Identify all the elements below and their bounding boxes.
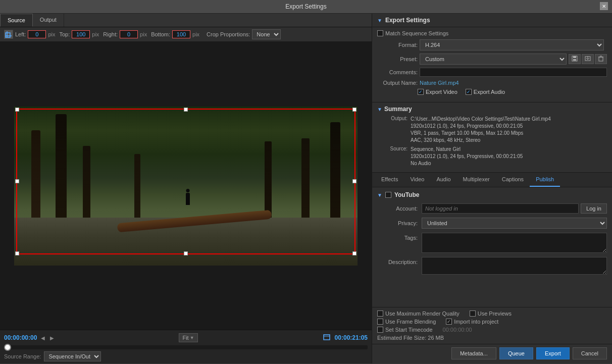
description-input[interactable] — [422, 257, 607, 275]
person-silhouette — [186, 193, 190, 205]
login-button[interactable]: Log in — [581, 203, 607, 214]
preset-select[interactable]: Custom — [420, 54, 567, 65]
metadata-button[interactable]: Metadata... — [451, 347, 496, 359]
captions-tab[interactable]: Captions — [496, 173, 530, 187]
publish-tab[interactable]: Publish — [530, 173, 560, 187]
close-button[interactable]: ✕ — [600, 2, 608, 10]
preset-import-btn[interactable] — [582, 54, 594, 64]
match-sequence-row: Match Sequence Settings — [377, 30, 607, 36]
preset-save-btn[interactable] — [569, 54, 581, 64]
cancel-button[interactable]: Cancel — [573, 347, 607, 359]
effects-tab[interactable]: Effects — [375, 173, 404, 187]
export-video-item: ✓ Export Video — [418, 89, 457, 95]
use-previews-label: Use Previews — [478, 310, 512, 317]
source-tab[interactable]: Source — [0, 14, 33, 27]
frame-blending-checkbox[interactable] — [377, 319, 383, 325]
comments-label: Comments: — [377, 69, 418, 75]
privacy-row: Privacy: Unlisted Public Private — [377, 218, 607, 229]
preset-delete-btn[interactable] — [595, 54, 607, 64]
right-label: Right: — [103, 31, 118, 37]
action-buttons: Metadata... Queue Export Cancel — [372, 344, 612, 363]
format-label: Format: — [377, 42, 418, 48]
prev-frame-button[interactable]: ◀ — [40, 334, 46, 342]
proportions-label: Crop Proportions: — [207, 31, 250, 37]
timeline-bar[interactable] — [4, 345, 368, 349]
export-video-label: Export Video — [426, 89, 457, 95]
export-audio-checkbox[interactable]: ✓ — [466, 89, 472, 95]
left-pix: pix — [48, 31, 55, 37]
crop-icon[interactable] — [4, 30, 13, 39]
youtube-header: ▼ YouTube — [377, 191, 607, 198]
summary-title: Summary — [384, 106, 412, 113]
file-size-label: Estimated File Size: — [377, 335, 426, 341]
timecode-display: 00:00:00:00 — [443, 327, 472, 333]
match-sequence-checkbox[interactable] — [377, 30, 383, 36]
source-range: Source Range: Sequence In/Out — [4, 351, 368, 361]
left-input[interactable] — [28, 30, 46, 38]
import-into-project-checkbox[interactable]: ✓ — [446, 319, 452, 325]
right-input[interactable] — [120, 30, 138, 38]
bottom-options: Use Maximum Render Quality Use Previews … — [372, 307, 612, 344]
video-tab[interactable]: Video — [404, 173, 430, 187]
timeline-clip-btn[interactable] — [322, 332, 332, 343]
youtube-triangle: ▼ — [377, 192, 382, 198]
output-name-link[interactable]: Nature Girl.mp4 — [420, 80, 459, 86]
import-into-project-label: Import into project — [454, 319, 498, 325]
description-label: Description: — [377, 259, 418, 265]
fit-label: Fit — [182, 335, 188, 341]
max-render-quality-checkbox[interactable] — [377, 310, 383, 317]
export-video-checkbox[interactable]: ✓ — [418, 89, 424, 95]
fit-selector[interactable]: Fit ▼ — [179, 333, 197, 342]
set-start-timecode-checkbox[interactable] — [377, 327, 383, 333]
use-previews-checkbox[interactable] — [470, 310, 476, 317]
youtube-title: YouTube — [394, 191, 420, 198]
svg-rect-3 — [324, 335, 330, 340]
source-output-tabs: Source Output — [0, 14, 372, 27]
tags-row: Tags: — [377, 233, 607, 253]
next-frame-button[interactable]: ▶ — [49, 334, 55, 342]
comments-input[interactable] — [420, 68, 607, 77]
source-range-label: Source Range: — [4, 353, 41, 359]
account-label: Account: — [377, 205, 418, 212]
crop-toolbar: Left: pix Top: pix Right: pix Bottom: pi… — [0, 27, 372, 42]
use-previews-item: Use Previews — [470, 310, 512, 317]
export-button[interactable]: Export — [536, 347, 570, 359]
right-panel: ▼ Export Settings Match Sequence Setting… — [372, 14, 612, 363]
file-size-row: Estimated File Size: 26 MB — [377, 335, 607, 341]
set-start-timecode-label: Set Start Timecode — [385, 327, 433, 333]
multiplexer-tab[interactable]: Multiplexer — [457, 173, 496, 187]
summary-section: ▼ Summary Output: C:\User...M\Desktop\Vi… — [372, 102, 612, 172]
source-range-select[interactable]: Sequence In/Out — [44, 351, 101, 361]
privacy-select[interactable]: Unlisted Public Private — [422, 218, 607, 229]
proportions-select[interactable]: None — [252, 29, 281, 39]
max-render-quality-item: Use Maximum Render Quality — [377, 310, 460, 317]
preset-row: Preset: Custom — [377, 54, 607, 65]
tags-label: Tags: — [377, 235, 418, 241]
format-select[interactable]: H.264 — [420, 39, 604, 50]
end-timecode: 00:00:21:05 — [335, 334, 368, 341]
fit-arrow: ▼ — [190, 335, 194, 340]
summary-source-row: Source: Sequence, Nature Girl 1920x1012 … — [377, 146, 607, 167]
timeline-controls: 00:00:00:00 ◀ ▶ Fit ▼ 00:00:21:05 — [4, 332, 368, 343]
timeline-thumb[interactable] — [4, 344, 11, 351]
options-row-1: Use Maximum Render Quality Use Previews — [377, 310, 607, 317]
audio-tab[interactable]: Audio — [430, 173, 456, 187]
export-settings-title: Export Settings — [385, 17, 430, 24]
output-tab[interactable]: Output — [33, 14, 64, 27]
frame-blending-item: Use Frame Blending — [377, 319, 436, 325]
queue-button[interactable]: Queue — [499, 347, 533, 359]
top-input[interactable] — [72, 30, 90, 38]
summary-source-label: Source: — [377, 146, 407, 167]
title-bar: Export Settings ✕ — [0, 0, 612, 14]
top-label: Top: — [59, 31, 70, 37]
options-row-3: Set Start Timecode 00:00:00:00 — [377, 327, 607, 333]
bottom-input[interactable] — [172, 30, 190, 38]
import-into-project-item: ✓ Import into project — [446, 319, 498, 325]
tags-input[interactable] — [422, 233, 607, 253]
window-title: Export Settings — [285, 3, 326, 10]
account-input[interactable] — [422, 203, 579, 214]
set-start-timecode-item: Set Start Timecode — [377, 327, 433, 333]
youtube-checkbox[interactable] — [385, 192, 391, 198]
summary-header: ▼ Summary — [377, 106, 607, 113]
right-pix: pix — [140, 31, 147, 37]
